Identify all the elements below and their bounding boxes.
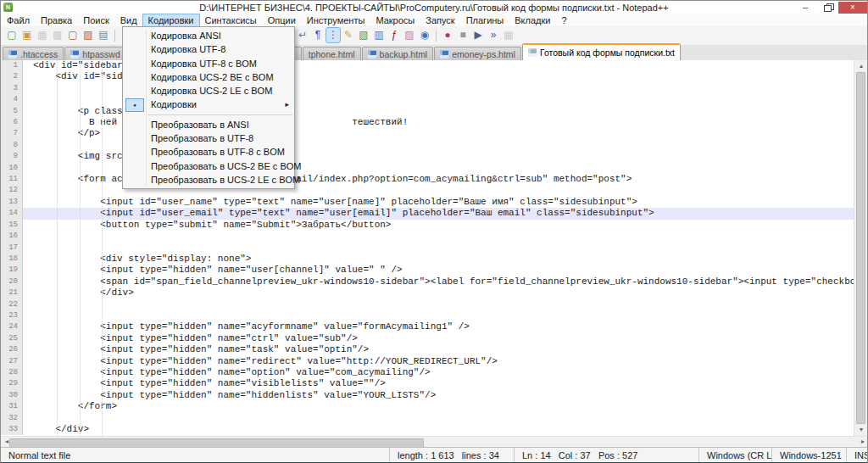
tab-backup.html[interactable]: backup.html <box>362 47 434 60</box>
vertical-scrollbar[interactable]: ▴ ▾ <box>854 60 867 436</box>
encoding-menu-item[interactable]: Кодировка UCS-2 LE с BOM <box>123 84 294 98</box>
close-button[interactable]: × <box>838 2 867 14</box>
status-encoding[interactable]: Windows-1251 <box>771 448 846 463</box>
encoding-menu-item[interactable]: Кодировка ANSI <box>123 29 294 42</box>
code-line[interactable]: 23 <box>1 310 855 321</box>
tab-label: tphone.html <box>309 49 355 59</box>
code-text: <span id="span_field_channelpreview_ukr-… <box>23 276 855 287</box>
code-text <box>23 299 855 310</box>
tab-Готовый код формы подписки.txt[interactable]: Готовый код формы подписки.txt <box>522 43 681 60</box>
show-all-characters-icon[interactable]: ¶ <box>311 28 325 42</box>
function-list-icon[interactable]: ƒ <box>387 28 401 42</box>
document-map-icon[interactable]: ▧ <box>357 28 370 42</box>
code-line[interactable]: 22 <box>1 299 855 310</box>
code-line[interactable]: 14 <input id="user_email" type="text" na… <box>1 208 855 219</box>
code-line[interactable]: 16 <box>1 231 855 242</box>
status-insert-mode[interactable]: INS <box>846 448 868 463</box>
menu-item-9[interactable]: Макросы <box>370 14 420 26</box>
menu-item-5[interactable]: Кодировки <box>143 14 199 26</box>
encoding-menu-item[interactable]: Кодировка UTF-8 <box>123 42 294 56</box>
code-text: <input id="user_email" type="text" name=… <box>23 208 855 219</box>
code-line[interactable]: 13 <input id="user_name" type="text" nam… <box>1 197 855 208</box>
macro-stop-icon[interactable]: ■ <box>456 28 470 42</box>
status-eol-format[interactable]: Windows (CR LF) <box>698 448 771 463</box>
encoding-menu-item[interactable]: Кодировка UTF-8 с BOM <box>123 57 294 70</box>
vertical-scrollbar-thumb[interactable] <box>856 72 865 424</box>
user-define-dialog-icon[interactable]: ✎ <box>342 28 355 42</box>
encoding-menu-label: Преобразовать в UTF-8 <box>151 133 253 143</box>
title-bar[interactable]: N D:\ИНТЕРНЕТ БИЗНЕС\4. ПРОЕКТЫ-САЙТЫ\Pr… <box>1 1 867 14</box>
indent-guide-icon[interactable]: ⋮ <box>326 28 340 42</box>
code-line[interactable]: 21 </div> <box>1 287 855 298</box>
close-all-icon[interactable]: ▨ <box>81 28 95 42</box>
code-line[interactable]: 28 <input type="hidden" name="option" va… <box>1 367 855 378</box>
tab-label: emoney-ps.html <box>452 49 515 59</box>
menu-item-2[interactable]: Правка <box>36 14 77 26</box>
document-list-icon[interactable]: ▥ <box>372 28 386 42</box>
code-line[interactable]: 19 <input type="hidden" name="user[chann… <box>1 265 855 276</box>
code-line[interactable]: 18 <div style="display: none"> <box>1 254 855 265</box>
code-line[interactable]: 26 <input type="hidden" name="task" valu… <box>1 344 855 355</box>
macro-run-multiple-icon[interactable]: » <box>487 28 500 42</box>
encoding-menu-label: Кодировка UCS-2 LE с BOM <box>151 86 272 96</box>
save-all-icon[interactable]: ▩ <box>51 28 64 42</box>
code-line[interactable]: 32 <box>1 413 855 424</box>
code-text <box>23 413 855 424</box>
code-line[interactable]: 24 <input type="hidden" name="acyformnam… <box>1 321 855 332</box>
code-line[interactable]: 29 <input type="hidden" name="visiblelis… <box>1 378 855 389</box>
menu-item-6[interactable]: Синтаксисы <box>200 14 262 26</box>
horizontal-scrollbar[interactable]: ◂ ▸ <box>1 436 868 447</box>
tab-htpasswd[interactable]: htpasswd <box>64 47 125 60</box>
encoding-menu-item[interactable]: ●Кодировки▸ <box>123 98 294 111</box>
saved-file-icon <box>70 50 79 59</box>
scroll-up-icon[interactable]: ▴ <box>854 60 868 72</box>
tab-.htaccess[interactable]: .htaccess <box>3 47 64 60</box>
encoding-menu-item[interactable]: Преобразовать в UTF-8 с BOM <box>123 145 294 159</box>
new-file-icon[interactable]: ▢ <box>5 28 19 42</box>
line-number: 7 <box>1 128 23 139</box>
code-text <box>23 310 855 321</box>
encoding-menu-item[interactable]: Преобразовать в ANSI <box>123 118 294 131</box>
encoding-menu-item[interactable]: Преобразовать в UCS-2 BE с BOM <box>123 159 294 173</box>
macro-record-icon[interactable]: ● <box>441 28 454 42</box>
word-wrap-icon[interactable]: ↵ <box>296 28 309 42</box>
menu-item-11[interactable]: Плагины <box>461 14 509 26</box>
status-bar: Normal text file length : 1 613 lines : … <box>1 447 868 463</box>
menu-item-3[interactable]: Поиск <box>78 14 114 26</box>
code-line[interactable]: 17 <box>1 243 855 254</box>
code-line[interactable]: 15 <button type="submit" name="Submit">З… <box>1 220 855 231</box>
tab-tphone.html[interactable]: tphone.html <box>303 47 361 60</box>
encoding-menu-label: Кодировка UCS-2 BE с BOM <box>151 72 274 82</box>
menu-item-7[interactable]: Опции <box>263 14 301 26</box>
menu-item-8[interactable]: Инструменты <box>302 14 370 26</box>
macro-save-icon[interactable]: ▦ <box>502 28 515 42</box>
menu-item-13[interactable]: ? <box>556 14 571 26</box>
code-line[interactable]: 25 <input type="hidden" name="ctrl" valu… <box>1 333 855 344</box>
scroll-down-icon[interactable]: ▾ <box>854 424 868 436</box>
monitoring-eye-icon[interactable]: ◉ <box>418 28 431 42</box>
menu-item-1[interactable]: Файл <box>2 14 35 26</box>
minimize-button[interactable]: – <box>794 2 816 14</box>
menu-item-4[interactable]: Вид <box>115 14 142 26</box>
code-line[interactable]: 27 <input type="hidden" name="redirect" … <box>1 356 855 367</box>
encoding-menu-item[interactable]: Преобразовать в UCS-2 LE с BOM <box>123 173 294 187</box>
line-number: 32 <box>1 413 23 424</box>
open-file-icon[interactable]: ▣ <box>20 28 34 42</box>
code-text: <input type="hidden" name="option" value… <box>23 367 855 378</box>
macro-play-icon[interactable]: ▶ <box>471 28 485 42</box>
encoding-menu-item[interactable]: Кодировка UCS-2 BE с BOM <box>123 70 294 84</box>
close-file-icon[interactable]: ▢ <box>66 28 80 42</box>
folder-as-workspace-icon[interactable]: ▨ <box>403 28 416 42</box>
save-icon[interactable]: ▦ <box>36 28 49 42</box>
code-line[interactable]: 30 <input type="hidden" name="hiddenlist… <box>1 390 855 401</box>
menu-item-10[interactable]: Запуск <box>420 14 459 26</box>
menu-item-12[interactable]: Вкладки <box>509 14 555 26</box>
code-line[interactable]: 20 <span id="span_field_channelpreview_u… <box>1 276 855 287</box>
code-line[interactable]: 33 </div> <box>1 424 855 435</box>
encoding-menu-item[interactable]: Преобразовать в UTF-8 <box>123 131 294 145</box>
print-icon[interactable]: ▤ <box>97 28 110 42</box>
encoding-menu-label: Преобразовать в ANSI <box>151 120 249 130</box>
code-line[interactable]: 31 </form> <box>1 401 855 412</box>
restore-button[interactable] <box>816 2 838 14</box>
tab-emoney-ps.html[interactable]: emoney-ps.html <box>434 47 521 60</box>
